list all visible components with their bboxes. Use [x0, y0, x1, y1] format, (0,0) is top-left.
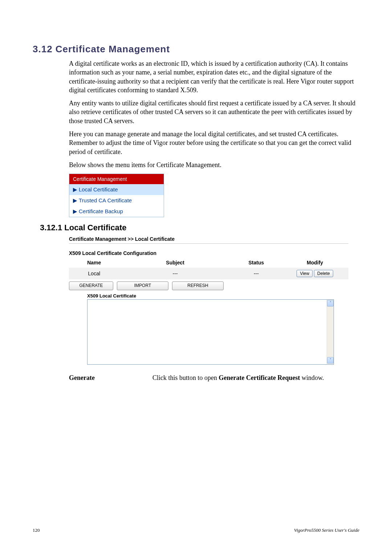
breadcrumb: Certificate Management >> Local Certific… — [69, 236, 348, 244]
cell-subject: --- — [119, 268, 231, 279]
local-certificate-panel: Certificate Management >> Local Certific… — [69, 236, 348, 365]
cell-status: --- — [231, 268, 282, 279]
paragraph-4: Below shows the menu items for Certifica… — [69, 161, 356, 169]
paragraph-3: Here you can manage generate and manage … — [69, 130, 356, 156]
import-button[interactable]: IMPORT — [117, 281, 168, 290]
guide-title: VigorPro5500 Series User's Guide — [294, 527, 359, 533]
menu-header: Certificate Management — [69, 174, 164, 184]
x509-certificate-textarea[interactable]: ˄ ˅ — [87, 299, 334, 365]
col-subject: Subject — [119, 258, 231, 268]
definition-description: Click this button to open Generate Certi… — [152, 373, 356, 382]
page-number: 120 — [33, 527, 40, 533]
menu-item-trusted-ca[interactable]: ▶Trusted CA Certificate — [69, 195, 164, 206]
paragraph-2: Any entity wants to utilize digital cert… — [69, 99, 356, 125]
definition-term: Generate — [69, 373, 152, 382]
col-modify: Modify — [281, 258, 348, 268]
definition-text-post: window. — [300, 374, 324, 381]
section-heading: 3.12 Certificate Management — [33, 44, 359, 55]
refresh-button[interactable]: REFRESH — [172, 281, 224, 290]
cell-name: Local — [69, 268, 119, 279]
scroll-down-icon[interactable]: ˅ — [327, 357, 334, 364]
paragraph-1: A digital certificate works as an electr… — [69, 59, 356, 94]
body-text-block: A digital certificate works as an electr… — [69, 59, 356, 169]
triangle-icon: ▶ — [73, 208, 77, 214]
col-name: Name — [69, 258, 119, 268]
definition-text-strong: Generate Certificate Request — [219, 374, 300, 381]
triangle-icon: ▶ — [73, 197, 77, 203]
menu-item-label: Trusted CA Certificate — [79, 197, 132, 203]
definition-text-pre: Click this button to open — [152, 374, 219, 381]
menu-item-local-certificate[interactable]: ▶Local Certificate — [69, 184, 164, 195]
col-status: Status — [231, 258, 282, 268]
config-title: X509 Local Certificate Configuration — [69, 250, 348, 256]
action-button-row: GENERATE IMPORT REFRESH — [69, 281, 348, 290]
cell-modify: View Delete — [281, 268, 348, 279]
table-row: Local --- --- View Delete — [69, 268, 348, 279]
scroll-up-icon[interactable]: ˄ — [327, 300, 334, 307]
scrollbar[interactable]: ˄ ˅ — [327, 300, 334, 364]
subsection-heading: 3.12.1 Local Certificate — [40, 223, 359, 232]
x509-local-cert-title: X509 Local Certificate — [87, 293, 348, 299]
definition-row: Generate Click this button to open Gener… — [69, 373, 356, 382]
page-footer: 120 VigorPro5500 Series User's Guide — [33, 527, 359, 533]
delete-button[interactable]: Delete — [314, 270, 333, 277]
menu-item-certificate-backup[interactable]: ▶Certificate Backup — [69, 206, 164, 217]
table-header-row: Name Subject Status Modify — [69, 258, 348, 268]
menu-item-label: Certificate Backup — [79, 208, 123, 214]
certificate-management-menu: Certificate Management ▶Local Certificat… — [69, 174, 164, 217]
generate-button[interactable]: GENERATE — [69, 281, 113, 290]
menu-item-label: Local Certificate — [79, 186, 118, 193]
certificate-table: Name Subject Status Modify Local --- ---… — [69, 258, 348, 279]
triangle-icon: ▶ — [73, 186, 77, 193]
view-button[interactable]: View — [297, 270, 313, 277]
